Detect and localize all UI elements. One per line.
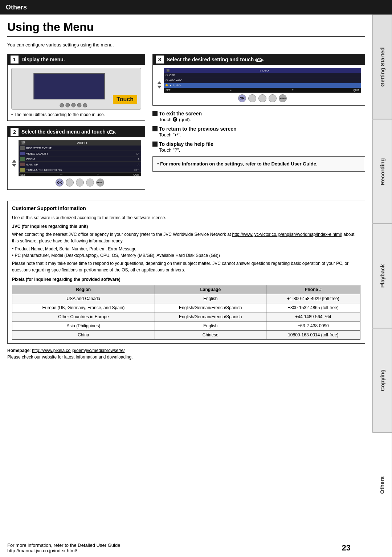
step-3-number: 3 xyxy=(156,56,164,64)
table-cell: +63-2-438-0090 xyxy=(266,321,360,331)
arrow-up-icon xyxy=(157,81,162,84)
page-title: Using the Menu xyxy=(7,20,365,37)
menu3-item-off: OFF xyxy=(164,73,361,78)
radio-empty-icon xyxy=(166,79,168,81)
step-2-box: 2 Select the desired menu and touch OK. xyxy=(7,126,145,190)
tab-others[interactable]: Others xyxy=(372,433,392,537)
ok-circle-button: OK xyxy=(56,179,64,187)
homepage-label: Homepage xyxy=(7,348,29,353)
top-bar-label: Others xyxy=(6,4,27,11)
footer-bottom-text: For more information, refer to the Detai… xyxy=(7,542,120,553)
table-cell: English/German/French/Spanish xyxy=(155,303,266,312)
menu3-title-bar: 🎬 VIDEO xyxy=(164,68,361,73)
menu-item-quality: VIDEO QUALITY XP xyxy=(19,151,141,156)
black-square-icon xyxy=(152,111,158,116)
table-cell: China xyxy=(12,331,155,340)
tab-playback[interactable]: Playback xyxy=(372,224,392,328)
page-number: 23 xyxy=(342,543,351,553)
step-2-number: 2 xyxy=(11,128,19,136)
homepage-url: http://www.pixela.co.jp/oem/jvc/mediabro… xyxy=(32,348,124,353)
support-table: Region Language Phone # USA and CanadaEn… xyxy=(12,285,360,340)
step-1-number: 1 xyxy=(11,56,19,64)
col-language: Language xyxy=(155,285,266,294)
menu3-item-agc: AGC AGC xyxy=(164,78,361,83)
menu3-title-icon: 🎬 xyxy=(166,69,170,72)
page-footer: Homepage: http://www.pixela.co.jp/oem/jv… xyxy=(7,347,365,360)
device-button xyxy=(77,103,81,107)
bottom-text: For more information, refer to the Detai… xyxy=(7,542,120,548)
col-region: Region xyxy=(12,285,155,294)
table-cell: Europe (UK, Germany, France, and Spain) xyxy=(12,303,155,312)
menu-screenshot: 🎬 VIDEO REGISTER EVENT xyxy=(19,140,141,176)
touch-label: Touch xyxy=(113,95,137,104)
table-cell: USA and Canada xyxy=(12,294,155,303)
table-row: Europe (UK, Germany, France, and Spain)E… xyxy=(12,303,360,312)
homepage-line: Homepage: http://www.pixela.co.jp/oem/jv… xyxy=(7,347,365,354)
table-cell: Asia (Philippines) xyxy=(12,321,155,331)
jvc-heading-note: (for inquires regarding this unit) xyxy=(22,224,88,229)
info-box-text: For more information on the settings, re… xyxy=(160,161,317,167)
top-bar: Others xyxy=(0,0,392,15)
menu-item-zoom: ZOOM A xyxy=(19,156,141,162)
menu-title-text: VIDEO xyxy=(77,141,87,145)
tab-recording[interactable]: Recording xyxy=(372,119,392,224)
step-1-content: Touch • The menu differs according to th… xyxy=(8,65,145,121)
circle-button xyxy=(269,94,277,102)
table-cell: +44-1489-564-764 xyxy=(266,312,360,321)
step-3-header: 3 Select the desired setting and touch O… xyxy=(153,54,365,65)
circle-button xyxy=(86,179,94,187)
circle-button xyxy=(258,94,266,102)
black-square-icon xyxy=(152,126,158,131)
jvc-bullet-2: • PC (Manufacturer, Model (Desktop/Lapto… xyxy=(12,252,360,259)
menu-items: REGISTER EVENT VIDEO QUALITY XP xyxy=(19,146,141,173)
intro-text: You can configure various settings using… xyxy=(7,41,365,49)
step-3-heading: Select the desired setting and touch OK. xyxy=(167,57,264,62)
table-cell: Chinese xyxy=(155,331,266,340)
tab-copying[interactable]: Copying xyxy=(372,328,392,433)
info-box: • For more information on the settings, … xyxy=(152,156,365,172)
tip-exit-heading: To exit the screen xyxy=(152,111,365,116)
radio-empty-icon xyxy=(166,74,168,76)
menu-item-icon xyxy=(20,152,25,155)
device-image: Touch xyxy=(11,68,141,110)
ok-circle-button: OK xyxy=(238,94,246,102)
table-row: USA and CanadaEnglish+1-800-458-4029 (to… xyxy=(12,294,360,303)
circle-button xyxy=(248,94,256,102)
tip-help-heading: To display the help file xyxy=(152,141,365,147)
step-2-content: 🎬 VIDEO REGISTER EVENT xyxy=(8,137,145,189)
menu-item-label: REGISTER EVENT xyxy=(26,147,139,150)
circle-button xyxy=(66,179,74,187)
step-1-header: 1 Display the menu. xyxy=(8,54,145,65)
pixela-heading: Pixela (for inquires regarding the provi… xyxy=(12,276,360,283)
menu-item-icon xyxy=(20,157,25,161)
step-2-header: 2 Select the desired menu and touch OK. xyxy=(8,126,145,137)
tip-exit-body: Touch 🅒 (quit). xyxy=(152,116,365,123)
menu-item-icon xyxy=(20,146,25,150)
customer-support: Customer Support Information Use of this… xyxy=(7,201,365,344)
device-button xyxy=(83,103,87,107)
menu3-bottom-bar: SET ↩ ? QUIT xyxy=(164,88,361,93)
table-row: Other Countries in EuropeEnglish/German/… xyxy=(12,312,360,321)
right-tabs: Getting Started Recording Playback Copyi… xyxy=(372,15,392,537)
menu-item-value: OFF xyxy=(134,169,139,171)
step-3-inner: 🎬 VIDEO OFF xyxy=(156,68,361,102)
table-cell: +800-1532-4865 (toll-free) xyxy=(266,303,360,312)
cs-title: Customer Support Information xyxy=(12,205,360,212)
device-button xyxy=(60,103,64,107)
tab-getting-started[interactable]: Getting Started xyxy=(372,15,392,119)
device-screen xyxy=(34,73,105,99)
menu-item-icon xyxy=(20,163,25,166)
device-button xyxy=(71,103,75,107)
footer-bottom: For more information, refer to the Detai… xyxy=(7,542,351,553)
col-phone: Phone # xyxy=(266,285,360,294)
arrow-up-icon xyxy=(12,160,16,163)
step-1-heading: Display the menu. xyxy=(21,57,65,62)
ok-buttons-step3: OK MENU xyxy=(164,94,361,102)
tip-exit: To exit the screen Touch 🅒 (quit). xyxy=(152,111,365,123)
menu-circle-button: MENU xyxy=(96,179,104,187)
scroll-arrows xyxy=(11,140,17,187)
table-cell: +1-800-458-4029 (toll-free) xyxy=(266,294,360,303)
step-3-content: 🎬 VIDEO OFF xyxy=(153,65,365,105)
menu-item-value: XP xyxy=(136,152,139,155)
menu-item-label: GAIN UP xyxy=(26,163,138,166)
